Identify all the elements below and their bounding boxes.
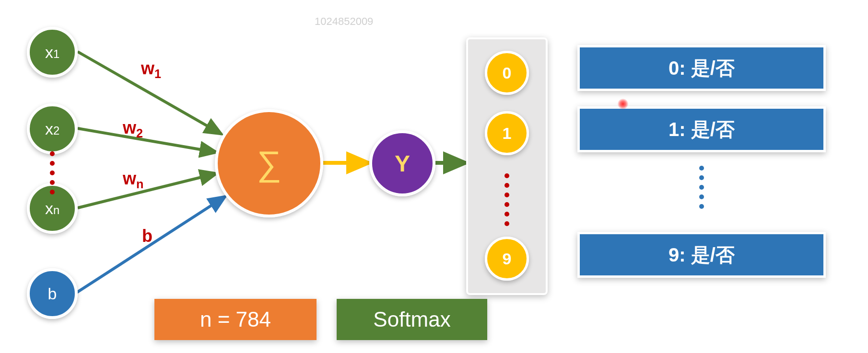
output-label-1: 1	[503, 124, 512, 143]
class-box-0: 0: 是/否	[577, 45, 826, 91]
weight-label-w1: w1	[141, 58, 161, 81]
laser-pointer-icon	[618, 99, 628, 109]
input-node-x1: x1	[27, 27, 78, 78]
output-node-9: 9	[485, 237, 529, 281]
watermark: 1024852009	[315, 15, 373, 28]
input-label-xn: xn	[45, 199, 59, 218]
output-label-9: 9	[503, 250, 512, 268]
weight-label-wn: wn	[123, 169, 143, 191]
y-node: Y	[369, 130, 435, 196]
sum-label: ∑	[257, 144, 281, 183]
annotation-softmax: Softmax	[337, 299, 487, 340]
output-panel: 0 1 9	[466, 37, 548, 295]
svg-line-2	[78, 173, 217, 208]
class-text-1: 1: 是/否	[669, 116, 735, 143]
class-text-0: 0: 是/否	[669, 55, 735, 81]
input-label-x2: x2	[45, 120, 59, 138]
ellipsis-inputs	[50, 151, 55, 194]
output-label-0: 0	[503, 64, 512, 82]
class-text-9: 9: 是/否	[669, 242, 735, 268]
input-node-x2: x2	[27, 103, 78, 154]
sum-node: ∑	[215, 109, 323, 217]
output-node-0: 0	[485, 51, 529, 95]
class-box-9: 9: 是/否	[577, 232, 826, 278]
annotation-n: n = 784	[154, 299, 317, 340]
bias-node: b	[27, 268, 78, 319]
y-label: Y	[395, 150, 410, 177]
input-label-x1: x1	[45, 43, 59, 62]
ellipsis-classes	[699, 166, 704, 209]
diagram-stage: 1024852009 x1 x2 xn b w1 w2 wn b ∑ Y 0 1	[0, 0, 868, 353]
weight-label-b: b	[142, 226, 152, 246]
class-box-1: 1: 是/否	[577, 106, 826, 152]
weight-label-w2: w2	[123, 118, 143, 140]
bias-label: b	[48, 285, 57, 303]
output-node-1: 1	[485, 111, 529, 155]
svg-line-1	[78, 128, 217, 152]
ellipsis-outputs	[504, 173, 509, 226]
